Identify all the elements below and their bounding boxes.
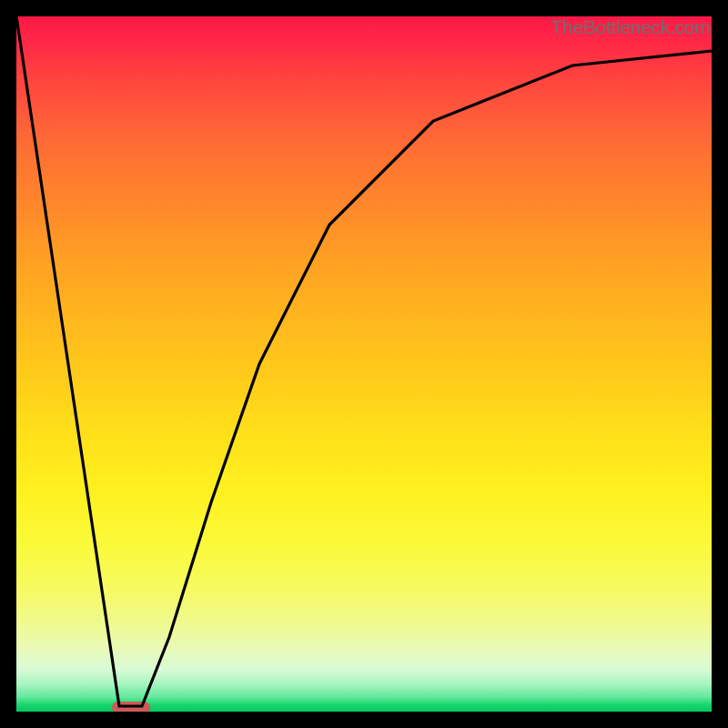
bottleneck-curve: [16, 16, 712, 712]
plot-area: [16, 16, 712, 712]
chart-container: TheBottleneck.com: [0, 0, 728, 728]
watermark-text: TheBottleneck.com: [551, 16, 710, 38]
